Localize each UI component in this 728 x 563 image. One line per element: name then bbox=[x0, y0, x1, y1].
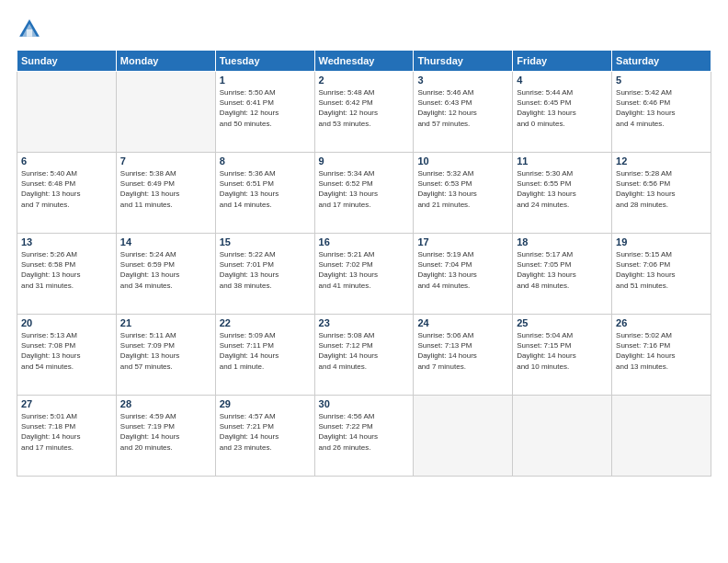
calendar-week-row: 6Sunrise: 5:40 AM Sunset: 6:48 PM Daylig… bbox=[17, 153, 711, 234]
day-number: 17 bbox=[417, 236, 508, 247]
cell-info: Sunrise: 5:17 AM Sunset: 7:05 PM Dayligh… bbox=[517, 249, 608, 291]
calendar-cell: 5Sunrise: 5:42 AM Sunset: 6:46 PM Daylig… bbox=[612, 72, 711, 153]
day-number: 7 bbox=[120, 155, 211, 167]
calendar-cell bbox=[513, 396, 612, 477]
calendar-week-row: 27Sunrise: 5:01 AM Sunset: 7:18 PM Dayli… bbox=[17, 396, 711, 477]
day-number: 25 bbox=[517, 317, 608, 328]
calendar-cell: 11Sunrise: 5:30 AM Sunset: 6:55 PM Dayli… bbox=[513, 153, 612, 234]
calendar: SundayMondayTuesdayWednesdayThursdayFrid… bbox=[17, 50, 711, 477]
calendar-cell: 25Sunrise: 5:04 AM Sunset: 7:15 PM Dayli… bbox=[513, 315, 612, 396]
day-number: 8 bbox=[220, 155, 311, 167]
calendar-cell: 17Sunrise: 5:19 AM Sunset: 7:04 PM Dayli… bbox=[414, 234, 513, 315]
cell-info: Sunrise: 5:21 AM Sunset: 7:02 PM Dayligh… bbox=[319, 249, 410, 291]
calendar-cell bbox=[414, 396, 513, 477]
header bbox=[17, 17, 711, 42]
day-number: 20 bbox=[21, 317, 112, 328]
calendar-day-header: Monday bbox=[116, 51, 215, 72]
calendar-week-row: 20Sunrise: 5:13 AM Sunset: 7:08 PM Dayli… bbox=[17, 315, 711, 396]
cell-info: Sunrise: 5:04 AM Sunset: 7:15 PM Dayligh… bbox=[517, 330, 608, 372]
day-number: 11 bbox=[517, 155, 608, 167]
day-number: 5 bbox=[616, 75, 707, 86]
day-number: 22 bbox=[220, 317, 311, 328]
cell-info: Sunrise: 5:22 AM Sunset: 7:01 PM Dayligh… bbox=[220, 249, 311, 291]
calendar-week-row: 13Sunrise: 5:26 AM Sunset: 6:58 PM Dayli… bbox=[17, 234, 711, 315]
cell-info: Sunrise: 5:40 AM Sunset: 6:48 PM Dayligh… bbox=[21, 168, 112, 210]
calendar-day-header: Saturday bbox=[612, 51, 711, 72]
calendar-day-header: Tuesday bbox=[215, 51, 314, 72]
cell-info: Sunrise: 5:36 AM Sunset: 6:51 PM Dayligh… bbox=[220, 168, 311, 210]
cell-info: Sunrise: 4:59 AM Sunset: 7:19 PM Dayligh… bbox=[120, 411, 211, 453]
cell-info: Sunrise: 5:44 AM Sunset: 6:45 PM Dayligh… bbox=[517, 87, 608, 129]
calendar-cell: 23Sunrise: 5:08 AM Sunset: 7:12 PM Dayli… bbox=[314, 315, 414, 396]
day-number: 24 bbox=[417, 317, 508, 328]
day-number: 18 bbox=[517, 236, 608, 247]
cell-info: Sunrise: 5:06 AM Sunset: 7:13 PM Dayligh… bbox=[417, 330, 508, 372]
calendar-cell: 4Sunrise: 5:44 AM Sunset: 6:45 PM Daylig… bbox=[513, 72, 612, 153]
page: SundayMondayTuesdayWednesdayThursdayFrid… bbox=[0, 0, 728, 563]
calendar-cell: 10Sunrise: 5:32 AM Sunset: 6:53 PM Dayli… bbox=[414, 153, 513, 234]
day-number: 13 bbox=[21, 236, 112, 247]
svg-rect-2 bbox=[27, 29, 32, 37]
cell-info: Sunrise: 5:32 AM Sunset: 6:53 PM Dayligh… bbox=[417, 168, 508, 210]
cell-info: Sunrise: 5:08 AM Sunset: 7:12 PM Dayligh… bbox=[319, 330, 410, 372]
calendar-cell: 29Sunrise: 4:57 AM Sunset: 7:21 PM Dayli… bbox=[215, 396, 314, 477]
calendar-cell: 6Sunrise: 5:40 AM Sunset: 6:48 PM Daylig… bbox=[17, 153, 117, 234]
cell-info: Sunrise: 5:48 AM Sunset: 6:42 PM Dayligh… bbox=[319, 87, 410, 129]
calendar-cell: 16Sunrise: 5:21 AM Sunset: 7:02 PM Dayli… bbox=[314, 234, 414, 315]
day-number: 6 bbox=[21, 155, 112, 167]
calendar-cell: 2Sunrise: 5:48 AM Sunset: 6:42 PM Daylig… bbox=[314, 72, 414, 153]
calendar-cell: 15Sunrise: 5:22 AM Sunset: 7:01 PM Dayli… bbox=[215, 234, 314, 315]
cell-info: Sunrise: 5:09 AM Sunset: 7:11 PM Dayligh… bbox=[220, 330, 311, 372]
calendar-cell: 22Sunrise: 5:09 AM Sunset: 7:11 PM Dayli… bbox=[215, 315, 314, 396]
calendar-cell: 14Sunrise: 5:24 AM Sunset: 6:59 PM Dayli… bbox=[116, 234, 215, 315]
calendar-cell: 19Sunrise: 5:15 AM Sunset: 7:06 PM Dayli… bbox=[612, 234, 711, 315]
cell-info: Sunrise: 5:01 AM Sunset: 7:18 PM Dayligh… bbox=[21, 411, 112, 453]
calendar-cell bbox=[116, 72, 215, 153]
cell-info: Sunrise: 5:34 AM Sunset: 6:52 PM Dayligh… bbox=[319, 168, 410, 210]
day-number: 1 bbox=[220, 75, 311, 86]
calendar-cell bbox=[612, 396, 711, 477]
day-number: 12 bbox=[616, 155, 707, 167]
day-number: 28 bbox=[120, 398, 211, 409]
cell-info: Sunrise: 5:13 AM Sunset: 7:08 PM Dayligh… bbox=[21, 330, 112, 372]
cell-info: Sunrise: 5:26 AM Sunset: 6:58 PM Dayligh… bbox=[21, 249, 112, 291]
cell-info: Sunrise: 5:02 AM Sunset: 7:16 PM Dayligh… bbox=[616, 330, 707, 372]
calendar-cell: 18Sunrise: 5:17 AM Sunset: 7:05 PM Dayli… bbox=[513, 234, 612, 315]
calendar-day-header: Sunday bbox=[17, 51, 117, 72]
day-number: 10 bbox=[417, 155, 508, 167]
day-number: 16 bbox=[319, 236, 410, 247]
day-number: 29 bbox=[220, 398, 311, 409]
calendar-cell bbox=[17, 72, 117, 153]
day-number: 30 bbox=[319, 398, 410, 409]
cell-info: Sunrise: 5:19 AM Sunset: 7:04 PM Dayligh… bbox=[417, 249, 508, 291]
calendar-day-header: Friday bbox=[513, 51, 612, 72]
cell-info: Sunrise: 5:28 AM Sunset: 6:56 PM Dayligh… bbox=[616, 168, 707, 210]
calendar-cell: 24Sunrise: 5:06 AM Sunset: 7:13 PM Dayli… bbox=[414, 315, 513, 396]
day-number: 2 bbox=[319, 75, 410, 86]
day-number: 4 bbox=[517, 75, 608, 86]
cell-info: Sunrise: 5:24 AM Sunset: 6:59 PM Dayligh… bbox=[120, 249, 211, 291]
cell-info: Sunrise: 5:46 AM Sunset: 6:43 PM Dayligh… bbox=[417, 87, 508, 129]
calendar-cell: 13Sunrise: 5:26 AM Sunset: 6:58 PM Dayli… bbox=[17, 234, 117, 315]
day-number: 27 bbox=[21, 398, 112, 409]
logo bbox=[17, 17, 46, 42]
day-number: 19 bbox=[616, 236, 707, 247]
calendar-cell: 1Sunrise: 5:50 AM Sunset: 6:41 PM Daylig… bbox=[215, 72, 314, 153]
calendar-cell: 30Sunrise: 4:56 AM Sunset: 7:22 PM Dayli… bbox=[314, 396, 414, 477]
calendar-cell: 9Sunrise: 5:34 AM Sunset: 6:52 PM Daylig… bbox=[314, 153, 414, 234]
calendar-cell: 21Sunrise: 5:11 AM Sunset: 7:09 PM Dayli… bbox=[116, 315, 215, 396]
calendar-cell: 12Sunrise: 5:28 AM Sunset: 6:56 PM Dayli… bbox=[612, 153, 711, 234]
calendar-header-row: SundayMondayTuesdayWednesdayThursdayFrid… bbox=[17, 51, 711, 72]
cell-info: Sunrise: 5:11 AM Sunset: 7:09 PM Dayligh… bbox=[120, 330, 211, 372]
cell-info: Sunrise: 5:15 AM Sunset: 7:06 PM Dayligh… bbox=[616, 249, 707, 291]
cell-info: Sunrise: 5:38 AM Sunset: 6:49 PM Dayligh… bbox=[120, 168, 211, 210]
cell-info: Sunrise: 4:57 AM Sunset: 7:21 PM Dayligh… bbox=[220, 411, 311, 453]
cell-info: Sunrise: 5:42 AM Sunset: 6:46 PM Dayligh… bbox=[616, 87, 707, 129]
calendar-cell: 7Sunrise: 5:38 AM Sunset: 6:49 PM Daylig… bbox=[116, 153, 215, 234]
cell-info: Sunrise: 5:50 AM Sunset: 6:41 PM Dayligh… bbox=[220, 87, 311, 129]
cell-info: Sunrise: 4:56 AM Sunset: 7:22 PM Dayligh… bbox=[319, 411, 410, 453]
calendar-cell: 28Sunrise: 4:59 AM Sunset: 7:19 PM Dayli… bbox=[116, 396, 215, 477]
calendar-week-row: 1Sunrise: 5:50 AM Sunset: 6:41 PM Daylig… bbox=[17, 72, 711, 153]
calendar-cell: 20Sunrise: 5:13 AM Sunset: 7:08 PM Dayli… bbox=[17, 315, 117, 396]
cell-info: Sunrise: 5:30 AM Sunset: 6:55 PM Dayligh… bbox=[517, 168, 608, 210]
